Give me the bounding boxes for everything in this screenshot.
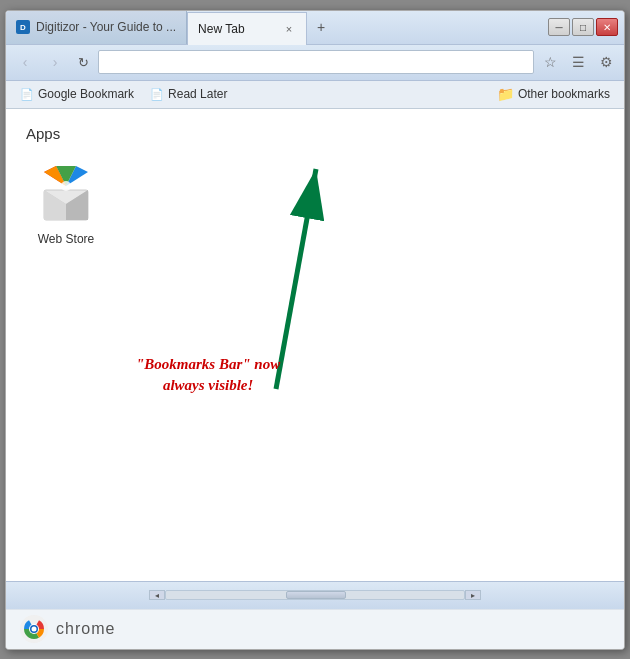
chrome-footer: chrome [6,609,624,649]
bookmark-read-later-label: Read Later [168,87,227,101]
digitizor-favicon: D [16,20,30,34]
bottom-scrollbar: ◂ ▸ [6,581,624,609]
forward-button[interactable]: › [42,49,68,75]
back-button[interactable]: ‹ [12,49,38,75]
bookmark-star-button[interactable]: ☆ [538,50,562,74]
bookmark-read-later[interactable]: 📄 Read Later [144,85,233,103]
bookmarks-bar: 📄 Google Bookmark 📄 Read Later 📁 Other b… [6,81,624,109]
apps-section: Apps [6,109,624,270]
close-button[interactable]: ✕ [596,18,618,36]
address-bar[interactable] [98,50,534,74]
page-icon: ☰ [572,54,585,70]
apps-grid: Web Store [26,154,604,254]
menu-icon: ⚙ [600,54,613,70]
nav-bar: ‹ › ↻ ☆ ☰ ⚙ [6,45,624,81]
webstore-app-item[interactable]: Web Store [26,154,106,254]
address-input[interactable] [105,55,527,70]
chrome-menu-button[interactable]: ⚙ [594,50,618,74]
new-tab-button[interactable]: + [307,11,335,44]
scrollbar-thumb[interactable] [286,591,346,599]
forward-icon: › [53,54,58,70]
other-bookmarks[interactable]: 📁 Other bookmarks [491,84,616,104]
minimize-button[interactable]: ─ [548,18,570,36]
bookmark-google[interactable]: 📄 Google Bookmark [14,85,140,103]
title-bar: D Digitizor - Your Guide to ... New Tab … [6,11,624,45]
scroll-right-button[interactable]: ▸ [465,590,481,600]
page-menu-button[interactable]: ☰ [566,50,590,74]
bookmark-file-icon-2: 📄 [150,88,164,101]
apps-label: Apps [26,125,604,142]
annotation-text: "Bookmarks Bar" now always visible! [136,354,280,396]
annotation-line2: always visible! [163,377,253,393]
back-icon: ‹ [23,54,28,70]
window-controls: ─ □ ✕ [548,11,624,44]
chrome-logo-icon [20,615,48,643]
other-bookmarks-label: Other bookmarks [518,87,610,101]
maximize-button[interactable]: □ [572,18,594,36]
browser-window: D Digitizor - Your Guide to ... New Tab … [5,10,625,650]
tab-digitizor[interactable]: D Digitizor - Your Guide to ... [6,11,187,44]
page-wrapper: Apps [6,109,624,609]
refresh-icon: ↻ [78,55,89,70]
page-content: Apps [6,109,624,581]
scroll-left-button[interactable]: ◂ [149,590,165,600]
annotation-line1: "Bookmarks Bar" now [136,356,280,372]
star-icon: ☆ [544,54,557,70]
tab-new-tab-label: New Tab [198,22,244,36]
webstore-app-name: Web Store [38,232,94,246]
bookmark-file-icon-1: 📄 [20,88,34,101]
bookmark-google-label: Google Bookmark [38,87,134,101]
tab-new-tab[interactable]: New Tab × [187,12,307,45]
nav-icons: ☆ ☰ ⚙ [538,50,618,74]
tab-close-button[interactable]: × [282,22,296,36]
svg-point-14 [32,627,37,632]
svg-point-6 [61,181,71,191]
scrollbar-track[interactable] [165,590,465,600]
folder-icon: 📁 [497,86,514,102]
tab-digitizor-label: Digitizor - Your Guide to ... [36,20,176,34]
webstore-app-icon [34,162,98,226]
refresh-button[interactable]: ↻ [72,51,94,73]
chrome-footer-text: chrome [56,620,115,638]
